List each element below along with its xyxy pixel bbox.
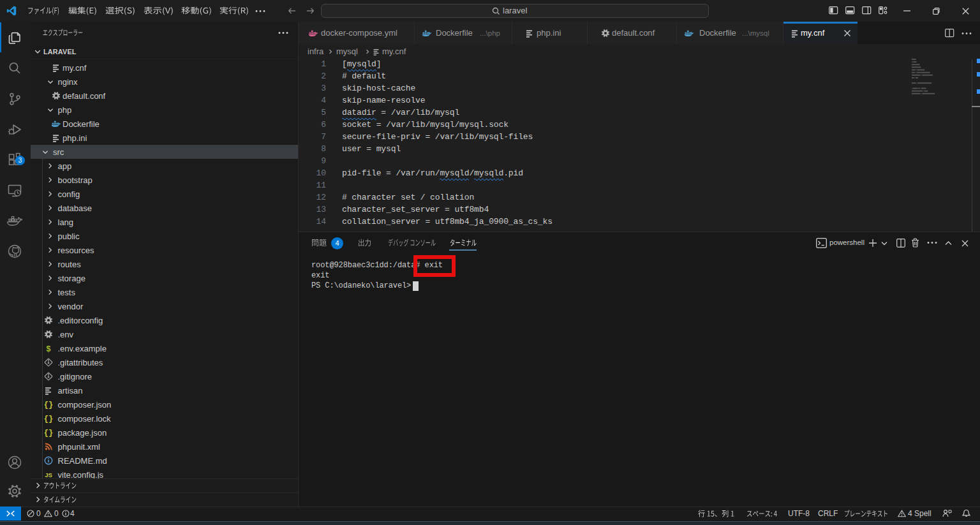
svg-text:$: $ [47, 344, 51, 353]
svg-text:JS: JS [45, 471, 52, 478]
svg-text:{}: {} [44, 415, 53, 424]
svg-text:{}: {} [44, 401, 53, 410]
svg-text:{}: {} [44, 429, 53, 438]
